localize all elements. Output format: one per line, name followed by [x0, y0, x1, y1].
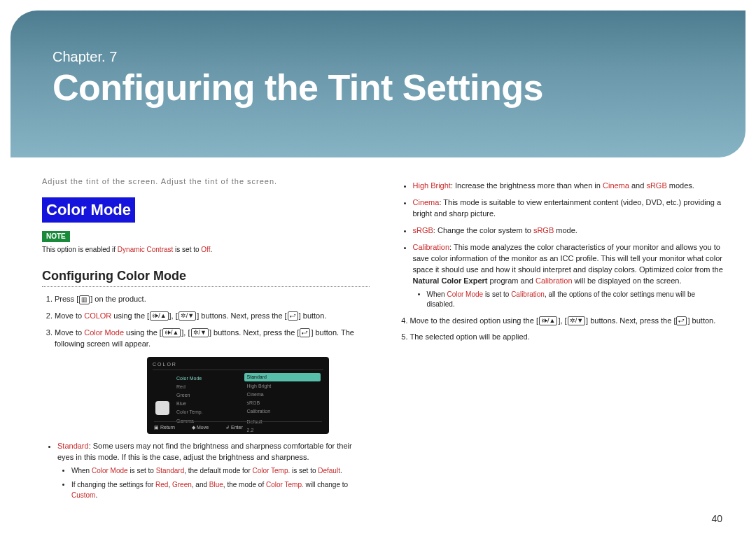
up-icon: 🕪/▲ [539, 316, 557, 325]
down-icon: ✲/▼ [568, 316, 585, 325]
bullet-standard: Standard: Some users may not find the br… [57, 441, 370, 500]
up-icon: 🕪/▲ [150, 311, 168, 321]
chapter-label: Chapter. 7 [52, 49, 714, 65]
chapter-hero: Chapter. 7 Configuring the Tint Settings [10, 10, 746, 157]
page-number: 40 [711, 513, 722, 524]
right-bullets: High Bright: Increase the brightness mor… [398, 181, 725, 310]
step-3: Move to Color Mode using the [🕪/▲], [✲/▼… [55, 328, 370, 350]
bullet-highbright: High Bright: Increase the brightness mor… [413, 181, 725, 192]
down-icon: ✲/▼ [178, 311, 196, 321]
enter-icon: ⮐ [300, 328, 310, 337]
content-columns: Adjust the tint of the screen. Adjust th… [0, 168, 756, 513]
up-icon: 🕪/▲ [162, 328, 181, 337]
sub-bullet-2: If changing the settings for Red, Green,… [71, 480, 370, 500]
bullet-calibration: Calibration: This mode analyzes the colo… [413, 242, 725, 310]
osd-footer: Return Move Enter [154, 421, 322, 431]
note-line: This option is enabled if Dynamic Contra… [42, 245, 370, 255]
menu-icon: ▥ [79, 295, 90, 304]
step-4: Move to the desired option using the [🕪/… [410, 316, 725, 327]
step-1: Press [▥] on the product. [55, 294, 370, 305]
sub-heading: Configuring Color Mode [42, 267, 370, 287]
enter-icon: ⮐ [676, 316, 687, 325]
left-column: Adjust the tint of the screen. Adjust th… [42, 176, 370, 506]
step-2: Move to COLOR using the [🕪/▲], [✲/▼] but… [55, 311, 370, 322]
note-badge: NOTE [42, 231, 70, 243]
palette-icon [155, 401, 169, 415]
bullet-cinema: Cinema: This mode is suitable to view en… [413, 197, 725, 220]
cal-sub-bullet: When Color Mode is set to Calibration, a… [427, 290, 725, 310]
steps-list: Press [▥] on the product. Move to COLOR … [42, 294, 370, 350]
enter-icon: ⮐ [288, 311, 298, 321]
down-icon: ✲/▼ [191, 328, 209, 337]
right-column: High Bright: Increase the brightness mor… [398, 176, 725, 506]
section-heading: Color Mode [42, 197, 135, 223]
sub-bullet-1: When Color Mode is set to Standard, the … [71, 466, 370, 477]
intro-text: Adjust the tint of the screen. Adjust th… [42, 176, 370, 188]
osd-title: COLOR [153, 361, 323, 370]
osd-options: Standard High Bright Cinema sRGB Calibra… [241, 370, 323, 425]
step-5: The selected option will be applied. [410, 332, 725, 343]
left-bullets: Standard: Some users may not find the br… [42, 441, 370, 500]
osd-menu: Color Mode Red Green Blue Color Temp. Ga… [176, 374, 203, 421]
osd-screenshot: COLOR Color Mode Red Green Blue Color Te… [147, 357, 329, 434]
chapter-title: Configuring the Tint Settings [52, 66, 714, 108]
bullet-srgb: sRGB: Change the color system to sRGB mo… [413, 225, 725, 237]
steps-right: Move to the desired option using the [🕪/… [398, 316, 725, 344]
